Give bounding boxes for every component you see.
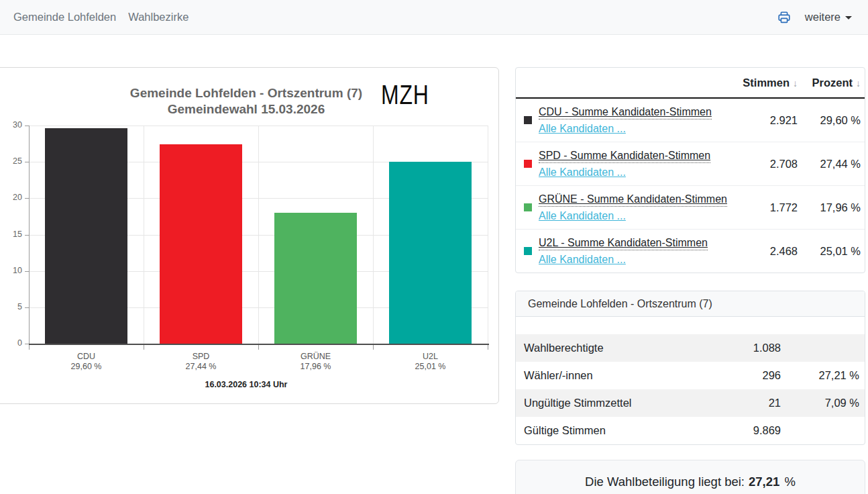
stat-value: 1.088	[704, 342, 781, 354]
party-name-cell: U2L - Summe Kandidaten-Stimmen Alle Kand…	[539, 236, 730, 266]
stat-percent: 27,21 %	[781, 369, 865, 382]
column-header-prozent[interactable]: Prozent↓	[798, 77, 865, 89]
party-name-cell: CDU - Summe Kandidaten-Stimmen Alle Kand…	[539, 105, 730, 136]
stimmen-value: 2.708	[730, 158, 798, 170]
prozent-value: 29,60 %	[798, 114, 865, 127]
y-axis-label: 5	[0, 302, 22, 311]
stat-percent: 7,09 %	[781, 397, 865, 409]
x-axis-label: U2L25,01 %	[373, 352, 488, 372]
stat-label: Ungültige Stimmzettel	[516, 397, 704, 409]
table-row: Gültige Stimmen 9.869	[516, 417, 865, 444]
party-name-link[interactable]: GRÜNE - Summe Kandidaten-Stimmen	[539, 192, 727, 207]
y-axis-label: 20	[0, 193, 22, 202]
turnout-banner: Die Wahlbeteiligung liegt bei:27,21 %	[515, 460, 865, 494]
stimmen-value: 1.772	[730, 201, 798, 214]
y-axis-label: 15	[0, 230, 22, 239]
printer-icon[interactable]	[777, 10, 792, 25]
gridline	[258, 126, 259, 344]
alle-kandidaten-link[interactable]: Alle Kandidaten ...	[539, 165, 626, 179]
stimmen-header-label: Stimmen	[743, 77, 790, 89]
y-axis-label: 30	[0, 120, 22, 130]
bar-cdu	[45, 128, 127, 344]
x-axis-tick	[144, 345, 144, 350]
alle-kandidaten-link[interactable]: Alle Kandidaten ...	[539, 121, 626, 136]
stat-value: 296	[704, 369, 781, 382]
alle-kandidaten-link[interactable]: Alle Kandidaten ...	[539, 209, 626, 223]
prozent-value: 17,96 %	[798, 201, 865, 214]
stats-table-title: Gemeinde Lohfelden - Ortszentrum (7)	[516, 291, 865, 317]
gridline	[488, 126, 488, 344]
party-name-link[interactable]: U2L - Summe Kandidaten-Stimmen	[539, 236, 708, 250]
sort-down-icon: ↓	[856, 78, 861, 89]
table-row: SPD - Summe Kandidaten-Stimmen Alle Kand…	[516, 142, 865, 185]
y-axis-label: 25	[0, 156, 22, 166]
table-row: GRÜNE - Summe Kandidaten-Stimmen Alle Ka…	[516, 185, 865, 229]
column-header-stimmen[interactable]: Stimmen↓	[730, 77, 798, 89]
x-axis-tick	[258, 345, 259, 350]
x-axis-line	[29, 344, 489, 345]
table-row: Wahlberechtigte 1.088	[516, 334, 865, 362]
sort-down-icon: ↓	[793, 78, 798, 89]
stats-spacer-row	[516, 317, 865, 334]
table-row: CDU - Summe Kandidaten-Stimmen Alle Kand…	[516, 99, 865, 142]
weitere-label: weitere	[805, 11, 840, 23]
parties-results-table: Stimmen↓ Prozent↓ CDU - Summe Kandidaten…	[515, 67, 865, 273]
weitere-dropdown[interactable]: weitere	[805, 11, 852, 23]
stat-label: Wähler/-innen	[516, 369, 704, 382]
prozent-value: 27,44 %	[798, 158, 865, 170]
prozent-header-label: Prozent	[812, 77, 853, 89]
table-row: Ungültige Stimmzettel 21 7,09 %	[516, 389, 865, 417]
party-color-marker	[524, 203, 532, 211]
x-axis-label: SPD27,44 %	[144, 352, 258, 372]
bar-u2l	[389, 162, 472, 344]
gridline	[144, 126, 144, 344]
x-axis-tick	[488, 345, 488, 350]
party-color-marker	[524, 116, 532, 124]
table-row: Wähler/-innen 296 27,21 %	[516, 362, 865, 389]
stats-table-body: Wahlberechtigte 1.088 Wähler/-innen 296 …	[516, 334, 865, 444]
nav-link-gemeinde-lohfelden[interactable]: Gemeinde Lohfelden	[13, 11, 116, 23]
party-name-link[interactable]: SPD - Summe Kandidaten-Stimmen	[539, 148, 710, 163]
top-navbar: Gemeinde Lohfelden Wahlbezirke weitere	[0, 0, 868, 35]
turnout-suffix: %	[784, 475, 795, 489]
chart-panel: Gemeinde Lohfelden - Ortszentrum (7) MZH…	[0, 67, 499, 404]
alle-kandidaten-link[interactable]: Alle Kandidaten ...	[539, 252, 626, 266]
parties-table-header: Stimmen↓ Prozent↓	[516, 68, 865, 99]
party-name-cell: GRÜNE - Summe Kandidaten-Stimmen Alle Ka…	[539, 192, 730, 223]
x-axis-tick	[29, 345, 30, 350]
bar-chart-plot-area: 051015202530CDU29,60 %SPD27,44 %GRÜNE17,…	[29, 126, 488, 344]
prozent-value: 25,01 %	[798, 245, 865, 258]
navbar-right: weitere	[777, 10, 868, 25]
parties-table-body: CDU - Summe Kandidaten-Stimmen Alle Kand…	[516, 99, 865, 273]
y-axis-label: 10	[0, 266, 22, 275]
x-axis-label: GRÜNE17,96 %	[258, 352, 373, 372]
bar-spd	[160, 144, 242, 344]
district-stats-table: Gemeinde Lohfelden - Ortszentrum (7) Wah…	[515, 291, 865, 445]
bar-grüne	[274, 213, 357, 344]
stimmen-value: 2.921	[730, 114, 798, 127]
table-row: U2L - Summe Kandidaten-Stimmen Alle Kand…	[516, 229, 865, 273]
y-axis-line	[29, 126, 30, 344]
chart-subtitle: Gemeindewahl 15.03.2026	[0, 102, 498, 117]
gridline	[373, 126, 374, 344]
stat-label: Gültige Stimmen	[516, 424, 704, 437]
x-axis-label: CDU29,60 %	[29, 352, 144, 372]
nav-link-wahlbezirke[interactable]: Wahlbezirke	[128, 11, 188, 23]
party-color-marker	[524, 247, 532, 255]
chevron-down-icon	[845, 16, 852, 19]
party-name-link[interactable]: CDU - Summe Kandidaten-Stimmen	[539, 105, 712, 119]
x-axis-tick	[373, 345, 374, 350]
stimmen-value: 2.468	[730, 245, 798, 258]
y-axis-label: 0	[0, 338, 22, 348]
party-name-cell: SPD - Summe Kandidaten-Stimmen Alle Kand…	[539, 148, 730, 179]
party-color-marker	[524, 160, 532, 168]
stat-value: 21	[704, 397, 781, 409]
turnout-text: Die Wahlbeteiligung liegt bei:	[585, 475, 745, 489]
turnout-value: 27,21	[749, 475, 779, 489]
chart-timestamp: 16.03.2026 10:34 Uhr	[0, 380, 498, 389]
stat-label: Wahlberechtigte	[516, 342, 704, 354]
stat-value: 9.869	[704, 424, 781, 437]
